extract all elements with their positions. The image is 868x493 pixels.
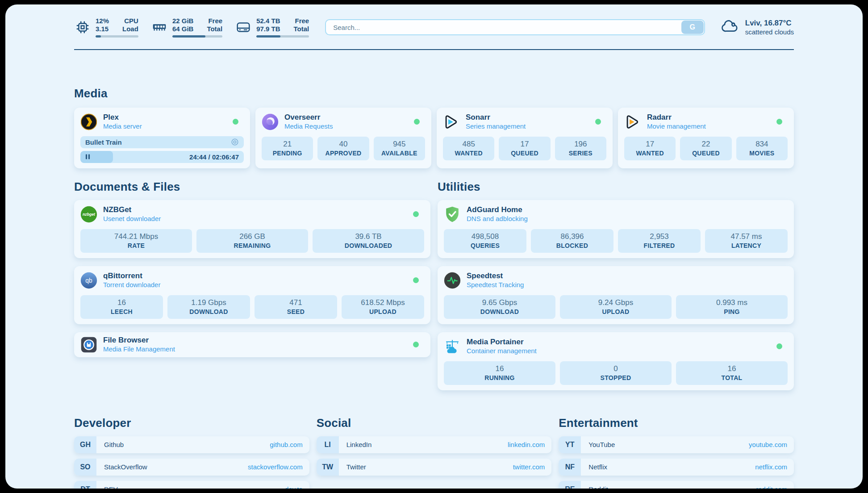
stat-label: QUEUED	[501, 150, 548, 157]
bookmark-name: DEV	[104, 485, 118, 489]
app-card-qbittorrent[interactable]: qb qBittorrent Torrent downloader 16 LEE…	[74, 266, 430, 324]
section-developer: Developer GH Github github.com SO StackO…	[74, 416, 309, 489]
app-card-sonarr[interactable]: Sonarr Series management 485 WANTED 17 Q…	[437, 108, 613, 168]
ram-progress-fill	[172, 35, 205, 38]
stat-tile: 471 SEED	[255, 295, 337, 319]
plex-icon	[80, 113, 97, 130]
stat-value: 86,396	[533, 232, 612, 241]
status-dot	[776, 119, 782, 125]
section-social: Social LI LinkedIn linkedin.com TW Twitt…	[317, 416, 552, 476]
app-title: qBittorrent	[103, 272, 160, 280]
stat-value: 266 GB	[198, 232, 306, 241]
app-card-speedtest[interactable]: Speedtest Speedtest Tracking 9.65 Gbps D…	[438, 266, 794, 324]
weather-condition: scattered clouds	[745, 28, 794, 36]
section-title-documents: Documents & Files	[74, 180, 430, 194]
stat-label: UPLOAD	[562, 308, 670, 315]
stat-label: SERIES	[557, 150, 605, 157]
bookmark-name: Reddit	[588, 485, 608, 489]
status-dot	[233, 119, 238, 125]
stat-label: LEECH	[82, 308, 161, 315]
stat-value: 40	[319, 140, 367, 149]
stat-label: LATENCY	[707, 242, 786, 249]
app-card-plex[interactable]: Plex Media server Bullet Train	[74, 108, 250, 168]
cloud-icon	[721, 20, 740, 35]
stat-label: BLOCKED	[533, 242, 612, 249]
stat-label: QUEUED	[682, 150, 730, 157]
app-card-nzbget[interactable]: nzbget NZBGet Usenet downloader 744.21 M…	[74, 200, 430, 258]
bookmark-name: Netflix	[588, 463, 607, 471]
app-subtitle: Torrent downloader	[103, 280, 160, 289]
stat-value: 196	[557, 140, 605, 149]
stat-tile: 40 APPROVED	[317, 137, 369, 160]
section-title-developer: Developer	[74, 416, 309, 430]
sonarr-icon	[443, 113, 460, 130]
bookmark-url: github.com	[270, 441, 302, 448]
bookmark-linkedin[interactable]: LI LinkedIn linkedin.com	[317, 436, 552, 453]
stat-value: 16	[678, 364, 786, 373]
search-engine-button[interactable]: G	[681, 21, 704, 34]
bookmark-youtube[interactable]: YT YouTube youtube.com	[559, 436, 794, 453]
app-card-adguard[interactable]: AdGuard Home DNS and adblocking 498,508 …	[438, 200, 794, 258]
app-title: File Browser	[103, 336, 175, 345]
stat-label: WANTED	[626, 150, 674, 157]
stat-tile: 39.6 TB DOWNLOADED	[313, 229, 424, 253]
now-playing-session-icon[interactable]	[231, 138, 239, 146]
app-subtitle: Media Requests	[284, 122, 333, 131]
stat-label: QUERIES	[446, 242, 525, 249]
bookmark-netflix[interactable]: NF Netflix netflix.com	[559, 459, 794, 476]
search-bar: G	[325, 19, 705, 35]
stat-tile: 196 SERIES	[555, 137, 606, 160]
bookmark-stackoverflow[interactable]: SO StackOverflow stackoverflow.com	[74, 459, 309, 476]
app-card-overseerr[interactable]: Overseerr Media Requests 21 PENDING 40 A…	[255, 108, 431, 168]
stat-label: MOVIES	[738, 150, 786, 157]
disk-total-value: 97.9 TB	[256, 25, 280, 33]
stat-value: 9.65 Gbps	[446, 298, 554, 307]
cpu-load-value: 3.15	[96, 25, 109, 33]
stat-tile: 16 TOTAL	[676, 361, 788, 385]
bookmark-reddit[interactable]: RE Reddit reddit.com	[559, 481, 794, 489]
status-dot	[414, 119, 420, 125]
stat-tile: 0.993 ms PING	[676, 295, 788, 319]
stat-value: 21	[263, 140, 311, 149]
disk-progress-bar	[256, 35, 309, 38]
stat-label: STOPPED	[562, 374, 670, 381]
stat-tile: 498,508 QUERIES	[444, 229, 526, 253]
stat-label: TOTAL	[678, 374, 786, 381]
pause-icon[interactable]	[85, 154, 90, 160]
app-subtitle: Media File Management	[103, 345, 175, 354]
status-dot	[595, 119, 601, 125]
ram-total-value: 64 GiB	[172, 25, 194, 33]
bookmark-url: youtube.com	[749, 441, 787, 448]
app-subtitle: Movie management	[647, 122, 706, 131]
overseerr-icon	[262, 113, 279, 130]
bookmark-url: dev.to	[285, 485, 303, 489]
stat-tile: 9.24 Gbps UPLOAD	[560, 295, 672, 319]
app-card-radarr[interactable]: Radarr Movie management 17 WANTED 22 QUE…	[618, 108, 794, 168]
section-entertainment: Entertainment YT YouTube youtube.com NF …	[559, 416, 794, 489]
stat-label: APPROVED	[319, 150, 367, 157]
section-title-social: Social	[317, 416, 552, 430]
stat-label: PING	[678, 308, 786, 315]
bookmark-twitter[interactable]: TW Twitter twitter.com	[317, 459, 552, 476]
stat-tile: 21 PENDING	[262, 137, 313, 160]
stat-value: 9.24 Gbps	[562, 298, 670, 307]
stat-label: DOWNLOAD	[169, 308, 248, 315]
stat-tile: 834 MOVIES	[736, 137, 788, 160]
status-dot	[776, 343, 782, 349]
bookmark-dev[interactable]: DT DEV dev.to	[74, 481, 309, 489]
stat-label: UPLOAD	[343, 308, 422, 315]
app-card-filebrowser[interactable]: File Browser Media File Management	[74, 332, 430, 357]
stat-tile: 47.57 ms LATENCY	[705, 229, 788, 253]
stat-tile: 2,953 FILTERED	[618, 229, 701, 253]
stat-tile: 86,396 BLOCKED	[531, 229, 613, 253]
bookmark-github[interactable]: GH Github github.com	[74, 436, 309, 453]
bookmark-url: reddit.com	[756, 485, 787, 489]
app-card-portainer[interactable]: Media Portainer Container management 16 …	[438, 332, 794, 390]
section-media: Media Plex Media server	[74, 87, 794, 168]
search-input[interactable]	[325, 19, 705, 35]
cpu-load-label: Load	[122, 25, 138, 33]
stat-value: 498,508	[446, 232, 525, 241]
stat-tile: 266 GB REMAINING	[196, 229, 308, 253]
bookmark-abbr: TW	[317, 459, 339, 476]
disk-total-label: Total	[293, 25, 309, 33]
